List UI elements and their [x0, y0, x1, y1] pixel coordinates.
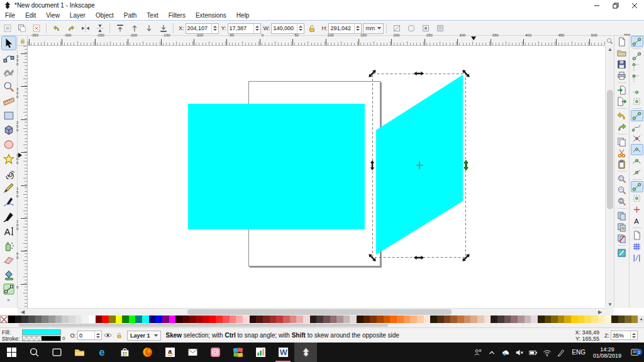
- color-swatch[interactable]: [377, 315, 384, 323]
- color-swatch[interactable]: [470, 315, 477, 323]
- firefox-icon[interactable]: [136, 343, 158, 362]
- select-all-layers-button[interactable]: [15, 23, 28, 35]
- skew-handle-right-snapped[interactable]: [464, 160, 468, 170]
- color-swatch[interactable]: [42, 315, 48, 323]
- color-swatch[interactable]: [102, 315, 109, 323]
- zoom-field[interactable]: [611, 331, 638, 340]
- start-button[interactable]: [0, 343, 23, 362]
- fill-swatch[interactable]: [22, 329, 61, 335]
- color-swatch[interactable]: [464, 315, 471, 323]
- spiral-tool[interactable]: [1, 166, 16, 180]
- color-swatch[interactable]: [15, 315, 22, 323]
- color-swatch[interactable]: [303, 315, 310, 323]
- color-swatch[interactable]: [598, 315, 605, 323]
- y-field[interactable]: [228, 23, 261, 34]
- snap-bbox-edges-toggle[interactable]: [631, 62, 643, 73]
- rotate-ccw-button[interactable]: [50, 23, 63, 35]
- raise-button[interactable]: [128, 23, 141, 35]
- cut-button[interactable]: [616, 147, 628, 158]
- instagram-icon[interactable]: [204, 343, 226, 362]
- undo-button[interactable]: [616, 110, 628, 121]
- color-swatch[interactable]: [116, 315, 123, 323]
- quick-zoom-corner[interactable]: [605, 36, 614, 46]
- palette-scrollbar[interactable]: [0, 323, 644, 327]
- pencil-tool[interactable]: [1, 180, 16, 195]
- snap-bbox-edge-midpoints-toggle[interactable]: [631, 84, 643, 96]
- affect-corners-toggle[interactable]: [404, 23, 418, 35]
- zoom-to-drawing-button[interactable]: [616, 184, 628, 195]
- color-swatch[interactable]: [21, 315, 28, 323]
- chart-app-icon[interactable]: [249, 343, 272, 362]
- lock-ratio-toggle[interactable]: [305, 23, 318, 35]
- color-swatch[interactable]: [169, 315, 176, 323]
- color-swatch[interactable]: [129, 315, 136, 323]
- network-icon[interactable]: [540, 348, 554, 357]
- stroke-swatch[interactable]: [22, 336, 61, 341]
- skew-handle-top[interactable]: [414, 72, 424, 75]
- lower-button[interactable]: [142, 23, 155, 35]
- battery-icon[interactable]: [526, 348, 540, 357]
- color-swatch[interactable]: [404, 315, 411, 323]
- palette-scroll-left-arrow[interactable]: ◂: [638, 315, 644, 323]
- text-tool[interactable]: A: [1, 224, 16, 238]
- snap-path-intersections-toggle[interactable]: [631, 133, 643, 144]
- scroll-down-arrow[interactable]: ▼: [606, 302, 614, 307]
- color-swatch[interactable]: [155, 315, 162, 323]
- color-swatch[interactable]: [336, 315, 343, 323]
- ellipse-tool[interactable]: [1, 137, 16, 151]
- gradient-tool[interactable]: [1, 282, 16, 296]
- color-swatch[interactable]: [310, 315, 317, 323]
- node-tool[interactable]: [1, 50, 16, 65]
- height-field[interactable]: [328, 23, 362, 34]
- vertical-scroll-thumb[interactable]: [607, 90, 613, 209]
- snap-others-toggle[interactable]: [631, 181, 643, 192]
- calligraphy-tool[interactable]: [1, 209, 16, 224]
- color-swatch[interactable]: [384, 315, 391, 323]
- minimize-button[interactable]: [587, 0, 606, 11]
- color-swatch[interactable]: [370, 315, 377, 323]
- create-clone-button[interactable]: [616, 221, 628, 233]
- color-swatch[interactable]: [444, 315, 451, 323]
- color-swatch[interactable]: [551, 315, 558, 323]
- spray-tool[interactable]: [1, 238, 16, 253]
- skew-handle-left[interactable]: [370, 160, 374, 170]
- color-swatch[interactable]: [457, 315, 464, 323]
- flip-horizontal-button[interactable]: [79, 23, 92, 35]
- color-swatch[interactable]: [491, 315, 497, 323]
- color-swatch[interactable]: [611, 315, 618, 323]
- affect-gradient-toggle[interactable]: [419, 23, 432, 35]
- box3d-tool[interactable]: [1, 123, 16, 137]
- color-swatch[interactable]: [162, 315, 169, 323]
- chevron-up-icon[interactable]: [485, 348, 499, 357]
- color-swatch[interactable]: [48, 315, 55, 323]
- color-swatch[interactable]: [511, 315, 518, 323]
- edge-icon[interactable]: e: [91, 343, 113, 362]
- snap-grid-toggle[interactable]: [631, 241, 643, 252]
- snap-text-anchors-toggle[interactable]: A: [631, 215, 643, 226]
- vertical-ruler[interactable]: 3 5 03 0 02 5 02 0 01 5 01 0 05 00: [18, 46, 28, 308]
- color-swatch[interactable]: [531, 315, 538, 323]
- import-button[interactable]: [616, 84, 628, 96]
- menu-text[interactable]: Text: [142, 11, 163, 19]
- color-swatch[interactable]: [504, 315, 511, 323]
- zoom-tool[interactable]: [1, 79, 16, 94]
- star-tool[interactable]: [1, 151, 16, 166]
- opacity-field[interactable]: [77, 331, 102, 340]
- color-swatch[interactable]: [618, 315, 625, 323]
- color-swatch[interactable]: [545, 315, 552, 323]
- color-swatch[interactable]: [316, 315, 323, 323]
- snap-line-midpoints-toggle[interactable]: [631, 167, 643, 178]
- color-swatch[interactable]: [390, 315, 397, 323]
- snap-bbox-centers-toggle[interactable]: [631, 96, 643, 107]
- color-swatch[interactable]: [196, 315, 203, 323]
- color-swatch[interactable]: [604, 315, 611, 323]
- color-swatch[interactable]: [55, 315, 62, 323]
- color-swatch[interactable]: [28, 315, 35, 323]
- color-swatch[interactable]: [558, 315, 565, 323]
- color-swatch[interactable]: [122, 315, 129, 323]
- color-swatch[interactable]: [296, 315, 303, 323]
- volume-muted-icon[interactable]: [513, 348, 526, 357]
- vertical-scrollbar[interactable]: ▲ ▼: [605, 46, 614, 308]
- measure-tool[interactable]: [1, 94, 16, 108]
- search-button[interactable]: [23, 343, 45, 362]
